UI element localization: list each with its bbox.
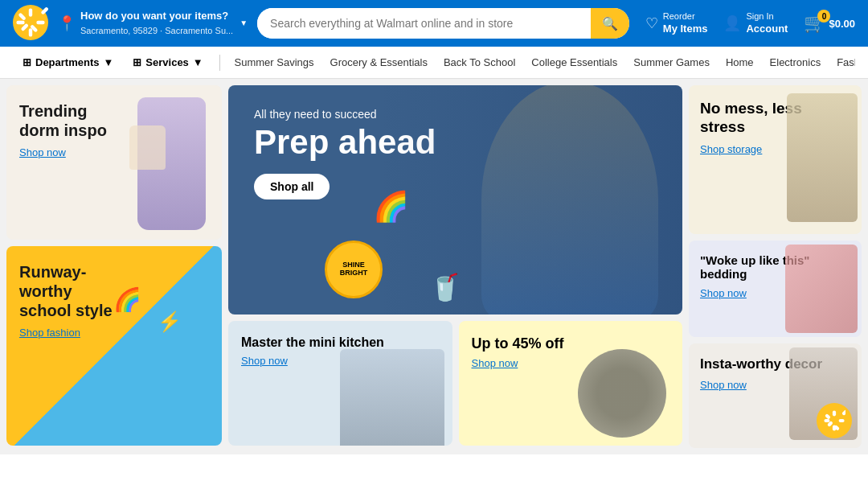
- svg-rect-11: [824, 419, 829, 422]
- sale-card: Up to 45% off Shop now: [459, 321, 683, 446]
- services-grid-icon: ⊞: [133, 56, 141, 68]
- bottle-sticker: 🥤: [429, 272, 461, 302]
- lightning-sticker: ⚡: [158, 310, 182, 333]
- user-icon: 👤: [723, 14, 741, 32]
- svg-rect-4: [36, 20, 44, 23]
- nav-link-electronics[interactable]: Electronics: [762, 56, 829, 68]
- right-column: No mess, less stress Shop storage "Woke …: [689, 85, 862, 448]
- bedding-image: [785, 245, 858, 333]
- stress-link[interactable]: Shop storage: [700, 143, 762, 155]
- hero-rainbow-sticker: 🌈: [373, 190, 409, 224]
- svg-rect-2: [29, 28, 32, 36]
- decor-link[interactable]: Shop now: [700, 379, 747, 391]
- rainbow-sticker: 🌈: [113, 286, 141, 313]
- cart-button[interactable]: 🛒 0 $0.00: [804, 13, 855, 34]
- bedding-card: "Woke up like this" bedding Shop now: [689, 240, 862, 337]
- cart-price: $0.00: [829, 18, 855, 30]
- header-actions: ♡ Reorder My Items 👤 Sign In Account 🛒 0…: [645, 10, 855, 35]
- walmart-logo[interactable]: [13, 5, 48, 43]
- departments-button[interactable]: ⊞ Departments ▼: [13, 47, 123, 78]
- signin-button[interactable]: 👤 Sign In Account: [723, 10, 788, 35]
- search-bar: 🔍: [257, 8, 629, 39]
- decor-card: Insta-worthy decor Shop now: [689, 343, 862, 448]
- nav-link-summer-games[interactable]: Summer Games: [625, 56, 718, 68]
- dorm-title: Trending dorm inspo: [19, 101, 116, 140]
- dorm-card: Trending dorm inspo Shop now: [6, 85, 222, 240]
- location-prompt: How do you want your items?: [80, 10, 228, 22]
- svg-rect-12: [839, 419, 845, 422]
- search-icon: 🔍: [602, 16, 618, 31]
- svg-rect-3: [16, 20, 24, 23]
- dorm-link[interactable]: Shop now: [19, 146, 66, 158]
- kitchen-link[interactable]: Shop now: [241, 355, 288, 367]
- main-content: Trending dorm inspo Shop now Runway-wort…: [0, 79, 868, 454]
- reorder-button[interactable]: ♡ Reorder My Items: [645, 10, 708, 35]
- site-header: 📍 How do you want your items? Sacramento…: [0, 0, 868, 47]
- services-button[interactable]: ⊞ Services ▼: [123, 47, 212, 78]
- center-column: All they need to succeed Prep ahead Shop…: [228, 85, 682, 448]
- nav-links: Summer Savings Grocery & Essentials Back…: [227, 56, 855, 68]
- center-bottom-cards: Master the mini kitchen Shop now Up to 4…: [228, 321, 682, 446]
- nav-link-college[interactable]: College Essentials: [523, 56, 625, 68]
- nav-link-grocery[interactable]: Grocery & Essentials: [322, 56, 436, 68]
- nav-link-summer-savings[interactable]: Summer Savings: [227, 56, 322, 68]
- kitchen-title: Master the mini kitchen: [241, 335, 440, 350]
- fashion-card: Runway-worthy school style Shop fashion …: [6, 246, 222, 446]
- fashion-title: Runway-worthy school style: [19, 262, 124, 320]
- services-chevron-icon: ▼: [193, 56, 203, 68]
- departments-chevron-icon: ▼: [103, 56, 113, 68]
- nav-link-home[interactable]: Home: [718, 56, 762, 68]
- location-chevron-icon: ▼: [240, 18, 248, 27]
- location-detail: Sacramento, 95829 · Sacramento Su...: [80, 26, 233, 35]
- left-column: Trending dorm inspo Shop now Runway-wort…: [6, 85, 222, 448]
- shop-all-button[interactable]: Shop all: [254, 174, 330, 199]
- grid-icon: ⊞: [23, 56, 31, 68]
- sale-link[interactable]: Shop now: [472, 357, 518, 369]
- walmart-badge: [817, 403, 852, 438]
- search-button[interactable]: 🔍: [591, 8, 629, 39]
- hero-card: All they need to succeed Prep ahead Shop…: [228, 85, 682, 314]
- svg-rect-1: [29, 8, 32, 16]
- fan-image: [578, 349, 666, 438]
- svg-rect-15: [841, 409, 845, 416]
- stress-card: No mess, less stress Shop storage: [689, 85, 862, 234]
- heart-icon: ♡: [645, 14, 658, 32]
- bedding-link[interactable]: Shop now: [700, 287, 747, 299]
- sale-title: Up to 45% off: [472, 335, 670, 352]
- svg-rect-13: [825, 413, 831, 420]
- location-icon: 📍: [58, 14, 76, 32]
- kitchen-image: [340, 349, 444, 446]
- kitchen-card: Master the mini kitchen Shop now: [228, 321, 452, 446]
- search-input[interactable]: [257, 8, 591, 39]
- hand-image: [129, 125, 166, 170]
- nav-link-fashion[interactable]: Fashion: [829, 56, 855, 68]
- kid-silhouette: [481, 85, 658, 314]
- nav-link-back-to-school[interactable]: Back To School: [436, 56, 523, 68]
- main-navbar: ⊞ Departments ▼ ⊞ Services ▼ Summer Savi…: [0, 47, 868, 79]
- svg-rect-9: [833, 410, 836, 416]
- location-button[interactable]: 📍 How do you want your items? Sacramento…: [58, 9, 248, 37]
- shine-bright-sticker: SHINEBRIGHT: [325, 240, 383, 298]
- storage-image: [787, 93, 858, 222]
- nav-divider: [219, 55, 220, 71]
